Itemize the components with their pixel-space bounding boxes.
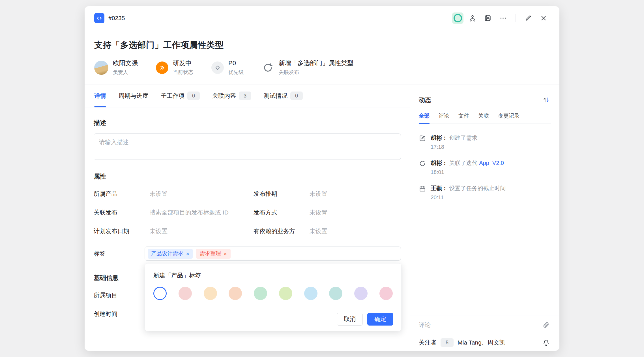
tag-chip-label: 需求整理: [199, 250, 221, 257]
remove-tag-icon[interactable]: ×: [186, 251, 189, 257]
tab-testing[interactable]: 测试情况 0: [264, 84, 303, 107]
attr-field-release-schedule: 发布排期 未设置: [254, 190, 401, 198]
comment-input[interactable]: 评论: [410, 316, 559, 334]
color-swatch[interactable]: [229, 287, 242, 300]
activity-sidebar: 动态 全部 评论 文件 关联 变更记录: [410, 84, 559, 351]
attr-value[interactable]: 未设置: [150, 227, 168, 235]
close-button[interactable]: [537, 12, 550, 24]
tab-details[interactable]: 详情: [94, 84, 106, 107]
ellipsis-icon: [499, 14, 507, 22]
org-tree-icon: [469, 14, 476, 22]
notify-button[interactable]: [541, 338, 551, 347]
assignee-label: 负责人: [113, 69, 138, 76]
header-divider: [516, 14, 516, 22]
attributes-grid: 所属产品 未设置 发布排期 未设置 关联发布 搜索全部项目的发布标题或 ID 发…: [94, 190, 401, 235]
sort-icon: [542, 96, 550, 104]
color-swatch[interactable]: [379, 287, 393, 300]
attr-value[interactable]: 未设置: [150, 190, 168, 198]
activity-tab-changelog[interactable]: 变更记录: [498, 112, 520, 120]
tag-chip[interactable]: 产品设计需求 ×: [148, 249, 193, 259]
color-swatch[interactable]: [329, 287, 342, 300]
activity-tab-links[interactable]: 关联: [478, 112, 489, 120]
work-item-title: 支持「多选部门」工作项属性类型: [94, 39, 550, 51]
color-swatches: [153, 287, 393, 300]
activity-time: 18:01: [431, 169, 504, 175]
activity-time: 17:18: [431, 144, 478, 150]
activity-tabs: 全部 评论 文件 关联 变更记录: [419, 112, 551, 124]
color-swatch[interactable]: [204, 287, 217, 300]
followers-label: 关注者: [419, 339, 437, 347]
activity-user: 胡彬：: [431, 160, 448, 166]
color-swatch[interactable]: [153, 287, 167, 300]
tab-count-badge: 3: [239, 92, 251, 100]
modal-header: #0235: [85, 6, 559, 30]
color-swatch[interactable]: [254, 287, 267, 300]
activity-time: 20:11: [431, 194, 506, 201]
tab-label: 关联内容: [212, 92, 236, 100]
followers-names[interactable]: Mia Tang、周文凯: [458, 339, 537, 347]
main-content: 描述 请输入描述 属性 所属产品 未设置 发布排期 未设置 关联发布: [85, 107, 410, 351]
followers-count-badge: 5: [441, 338, 454, 347]
tags-label: 标签: [94, 250, 145, 258]
cancel-button[interactable]: 取消: [337, 313, 363, 326]
meta-status: 研发中 当前状态: [156, 60, 193, 76]
main-tabs: 详情 周期与进度 子工作项 0 关联内容 3 测试情况 0: [85, 84, 410, 107]
confirm-button[interactable]: 确定: [367, 313, 393, 326]
status-icon: [156, 61, 168, 74]
attach-button[interactable]: [541, 320, 551, 330]
viewer-avatar[interactable]: [452, 12, 463, 24]
more-button[interactable]: [497, 12, 509, 24]
tab-count-badge: 0: [187, 92, 200, 100]
activity-tab-all[interactable]: 全部: [419, 112, 430, 120]
assignee-avatar[interactable]: [94, 61, 108, 75]
assignee-name[interactable]: 欧阳文强: [113, 60, 138, 67]
viewer-avatar-icon: [454, 14, 462, 22]
tab-label: 子工作项: [161, 92, 184, 100]
attr-value[interactable]: 搜索全部项目的发布标题或 ID: [150, 209, 229, 216]
attr-value[interactable]: 未设置: [310, 209, 327, 216]
release-name[interactable]: 新增「多选部门」属性类型: [279, 60, 353, 67]
edit-square-icon: [419, 134, 426, 150]
activity-tab-comments[interactable]: 评论: [439, 112, 449, 120]
bell-icon: [542, 339, 550, 346]
attr-field-dependent-party: 有依赖的业务方 未设置: [254, 227, 401, 235]
color-swatch[interactable]: [179, 287, 192, 300]
attr-label: 关联发布: [94, 209, 150, 216]
tab-linked-content[interactable]: 关联内容 3: [212, 84, 251, 107]
tab-progress[interactable]: 周期与进度: [119, 84, 148, 107]
tab-count-badge: 0: [290, 92, 303, 100]
attr-value[interactable]: 未设置: [310, 227, 327, 235]
edit-button[interactable]: [522, 12, 534, 24]
remove-tag-icon[interactable]: ×: [224, 251, 227, 257]
tag-chip-label: 产品设计需求: [151, 250, 183, 257]
work-item-id: #0235: [108, 15, 125, 22]
comment-placeholder: 评论: [419, 321, 431, 329]
tab-subitems[interactable]: 子工作项 0: [161, 84, 200, 107]
tab-label: 详情: [94, 92, 106, 100]
color-swatch[interactable]: [354, 287, 368, 300]
activity-tab-files[interactable]: 文件: [458, 112, 469, 120]
description-input[interactable]: 请输入描述: [94, 133, 401, 160]
activity-item: 胡彬： 关联了迭代 App_V2.0 18:01: [419, 159, 551, 175]
attr-label: 创建时间: [94, 310, 150, 318]
header-left: #0235: [94, 13, 125, 23]
work-item-type-icon: [94, 13, 104, 23]
attr-value[interactable]: 未设置: [310, 190, 327, 198]
activity-action: 关联了迭代: [449, 160, 479, 166]
tags-input[interactable]: 产品设计需求 × 需求整理 ×: [145, 246, 401, 261]
title-section: 支持「多选部门」工作项属性类型 欧阳文强 负责人 研发中 当前状态: [85, 30, 559, 84]
activity-link[interactable]: App_V2.0: [479, 160, 504, 166]
attr-field-product: 所属产品 未设置: [94, 190, 254, 198]
tag-chip[interactable]: 需求整理 ×: [196, 249, 230, 259]
color-swatch[interactable]: [304, 287, 317, 300]
activity-user: 王颖：: [431, 185, 448, 191]
relations-button[interactable]: [466, 12, 479, 24]
new-tag-popover: 新建「产品」标签: [145, 263, 402, 331]
priority-name[interactable]: P0: [228, 60, 244, 67]
attr-label: 发布排期: [254, 190, 310, 198]
color-swatch[interactable]: [279, 287, 292, 300]
save-view-button[interactable]: [482, 12, 494, 24]
sort-button[interactable]: [541, 95, 551, 105]
status-name[interactable]: 研发中: [173, 60, 193, 67]
activity-user: 胡彬：: [431, 135, 448, 141]
